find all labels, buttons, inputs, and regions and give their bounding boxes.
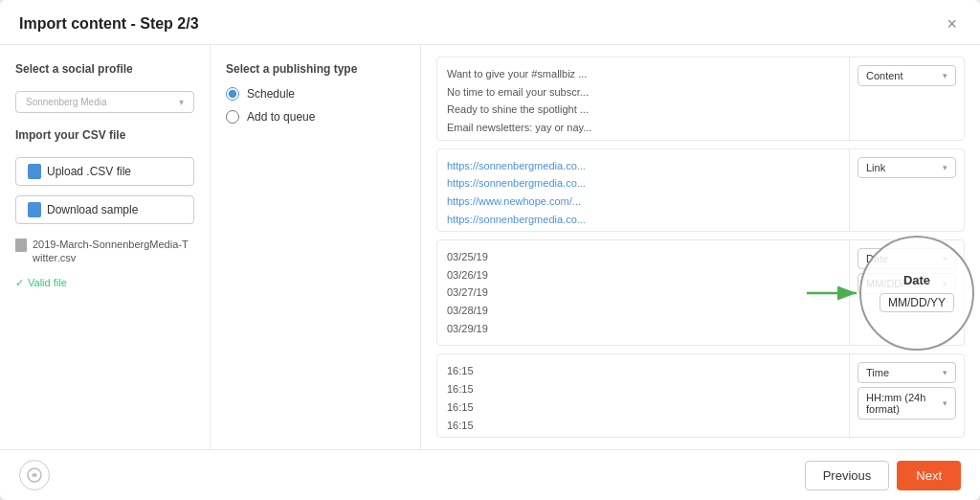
date-row-2: 03/26/19 — [447, 266, 696, 284]
checkmark-icon: ✓ — [15, 277, 24, 289]
valid-file-label: Valid file — [28, 277, 67, 288]
time-format-label: HH:mm (24h format) — [866, 392, 943, 415]
link-type-column: Link ▾ — [849, 149, 964, 233]
logo-icon — [19, 460, 50, 490]
radio-queue-input[interactable] — [226, 110, 239, 124]
time-type-label: Time — [866, 367, 889, 378]
date-row-4: 03/28/19 — [447, 302, 696, 320]
valid-file-status: ✓ Valid file — [15, 277, 194, 289]
publishing-type-label: Select a publishing type — [226, 62, 405, 76]
download-btn-label: Download sample — [47, 203, 138, 216]
date-row-3: 03/27/19 — [447, 284, 696, 302]
date-data-column: 03/25/19 03/26/19 03/27/19 03/28/19 03/2… — [437, 240, 849, 345]
previous-button[interactable]: Previous — [805, 461, 890, 490]
date-type-chevron: ▾ — [943, 254, 947, 263]
close-button[interactable]: × — [943, 13, 961, 34]
social-profile-chevron: ▾ — [179, 97, 184, 107]
content-row-1: Want to give your #smallbiz ... — [447, 65, 696, 83]
radio-queue-label: Add to queue — [247, 110, 315, 124]
link-row-4: https://sonnenbergmedia.co... — [447, 211, 696, 229]
link-row-2: https://sonnenbergmedia.co... — [447, 174, 696, 193]
modal-body: Select a social profile Sonnenberg Media… — [0, 45, 980, 449]
modal-footer: Previous Next — [0, 449, 980, 500]
modal-title: Import content - Step 2/3 — [19, 15, 199, 33]
date-type-select[interactable]: Date ▾ — [858, 248, 956, 269]
upload-btn-label: Upload .CSV file — [47, 165, 131, 178]
middle-panel: Select a publishing type Schedule Add to… — [211, 45, 421, 449]
link-type-label: Link — [866, 162, 885, 173]
content-row-4: Email newsletters: yay or nay... — [447, 119, 696, 137]
content-type-select[interactable]: Content ▾ — [858, 65, 956, 86]
download-sample-button[interactable]: Download sample — [15, 195, 194, 224]
file-icon — [15, 239, 27, 252]
date-row-5: 03/29/19 — [447, 320, 696, 338]
radio-schedule-input[interactable] — [226, 87, 239, 101]
right-panel: Want to give your #smallbiz ... No time … — [421, 45, 980, 449]
content-row-5: Ready to realize the full sales... — [447, 137, 696, 141]
time-row-3: 16:15 — [447, 398, 696, 417]
content-type-label: Content — [866, 70, 903, 81]
social-profile-value: Sonnenberg Media — [26, 97, 107, 107]
content-row-2: No time to email your subscr... — [447, 83, 696, 102]
time-row-1: 16:15 — [447, 362, 696, 380]
link-row-1: https://sonnenbergmedia.co... — [447, 157, 696, 175]
upload-csv-button[interactable]: Upload .CSV file — [15, 157, 194, 186]
date-format-label: MM/DD/YY — [866, 278, 919, 289]
time-section: 16:15 16:15 16:15 16:15 16:15 Time ▾ HH:… — [436, 353, 965, 438]
time-row-4: 16:15 — [447, 417, 696, 435]
footer-left — [19, 460, 50, 490]
radio-schedule[interactable]: Schedule — [226, 87, 405, 101]
date-row-1: 03/25/19 — [447, 248, 696, 266]
content-section: Want to give your #smallbiz ... No time … — [436, 57, 965, 141]
content-type-chevron: ▾ — [943, 71, 947, 80]
left-panel: Select a social profile Sonnenberg Media… — [0, 45, 211, 449]
link-type-chevron: ▾ — [943, 163, 947, 172]
time-type-chevron: ▾ — [943, 368, 947, 377]
radio-add-to-queue[interactable]: Add to queue — [226, 110, 405, 124]
file-info: 2019-March-SonnenbergMedia-Twitter.csv — [15, 238, 194, 265]
modal-header: Import content - Step 2/3 × — [0, 0, 980, 45]
link-row-5: https://sonnenbergmedia.co... — [447, 228, 696, 232]
date-type-column: Date ▾ MM/DD/YY ▾ — [849, 240, 964, 345]
modal: Import content - Step 2/3 × Select a soc… — [0, 0, 980, 500]
link-section: https://sonnenbergmedia.co... https://so… — [436, 148, 965, 233]
social-profile-select[interactable]: Sonnenberg Media ▾ — [15, 91, 194, 113]
time-type-column: Time ▾ HH:mm (24h format) ▾ — [849, 354, 964, 438]
next-button[interactable]: Next — [897, 461, 961, 490]
link-type-select[interactable]: Link ▾ — [858, 157, 956, 178]
content-row-3: Ready to shine the spotlight ... — [447, 101, 696, 119]
radio-schedule-label: Schedule — [247, 87, 295, 101]
link-data-column: https://sonnenbergmedia.co... https://so… — [437, 149, 849, 233]
logo-svg — [26, 466, 43, 484]
time-format-chevron: ▾ — [943, 398, 947, 408]
time-row-2: 16:15 — [447, 380, 696, 398]
content-data-column: Want to give your #smallbiz ... No time … — [437, 57, 849, 141]
time-row-5: 16:15 — [447, 434, 696, 438]
file-name: 2019-March-SonnenbergMedia-Twitter.csv — [33, 238, 194, 265]
date-type-label: Date — [866, 253, 888, 264]
social-profile-label: Select a social profile — [15, 62, 194, 76]
date-section: 03/25/19 03/26/19 03/27/19 03/28/19 03/2… — [436, 239, 965, 346]
link-row-3: https://www.newhope.com/... — [447, 193, 696, 211]
time-type-select[interactable]: Time ▾ — [858, 362, 956, 383]
date-format-select[interactable]: MM/DD/YY ▾ — [858, 273, 956, 294]
download-file-icon — [28, 202, 41, 217]
content-type-column: Content ▾ — [849, 57, 964, 141]
import-label: Import your CSV file — [15, 128, 194, 142]
date-format-chevron: ▾ — [943, 279, 947, 288]
date-section-wrapper: 03/25/19 03/26/19 03/27/19 03/28/19 03/2… — [436, 239, 965, 346]
upload-file-icon — [28, 164, 41, 179]
time-data-column: 16:15 16:15 16:15 16:15 16:15 — [437, 354, 849, 438]
time-format-select[interactable]: HH:mm (24h format) ▾ — [858, 387, 956, 420]
footer-right: Previous Next — [805, 461, 961, 490]
